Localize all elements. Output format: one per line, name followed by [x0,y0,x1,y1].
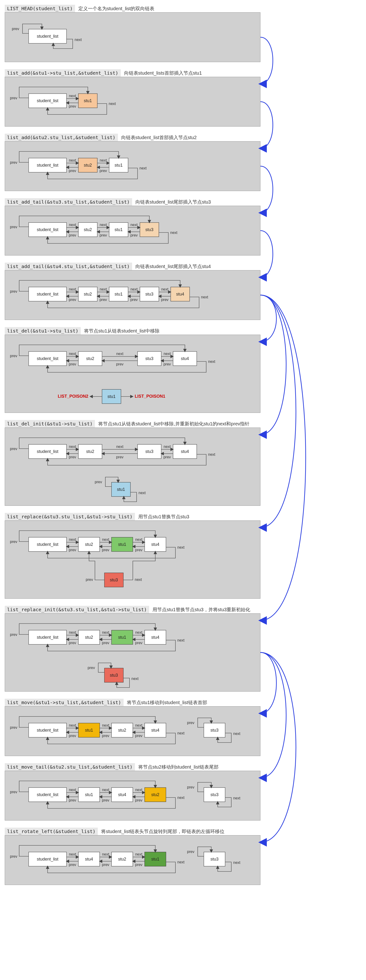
node-label: stu2 [85,635,93,640]
diagram-step: list_del(&stu1->stu_list)将节点stu1从链表stude… [5,327,361,413]
pointer-label: next [177,860,185,864]
step-header: list_replace(&stu3.stu_list,&stu1->stu_l… [5,513,361,520]
node-label: stu1 [118,635,126,640]
pointer-label: next [69,445,76,449]
pointer-label: next [233,796,241,800]
node-label: stu2 [84,163,92,167]
pointer-label: prev [10,225,17,229]
diagram-panel: student_liststu2stu1stu3nextprevnextprev… [5,206,260,256]
pointer-label: next [102,788,109,792]
pointer-label: prev [100,298,107,302]
pointer-label: next [69,287,76,291]
pointer-label: next [69,852,76,856]
pointer-label: prev [163,362,171,366]
diagram-panel: student_liststu1stu4stu2nextprevnextprev… [5,771,260,821]
node-label: stu2 [86,449,94,454]
step-desc: 用节点stu1替换节点stu3 [138,514,189,520]
step-header: list_add(&stu1->stu_list,&student_list)向… [5,69,361,77]
node-label: student_list [37,542,58,547]
step-header: list_add_tail(&stu4.stu_list,&student_li… [5,262,361,270]
pointer-label: next [233,861,241,865]
pointer-label: prev [69,863,76,867]
step-code: list_add_tail(&stu4.stu_list,&student_li… [5,262,132,270]
pointer-label: next [139,166,147,170]
step-header: LIST_HEAD(student_list)定义一个名为student_lis… [5,5,361,12]
pointer-label: next [100,223,107,227]
pointer-label: prev [69,798,76,802]
pointer-label: next [102,630,109,635]
pointer-label: prev [161,298,168,302]
step-header: list_replace_init(&stu3.stu_list,&stu1->… [5,606,361,613]
pointer-label: next [233,732,241,736]
pointer-label: next [135,578,142,582]
step-desc: 将节点stu1从链表student_list中移除,并重新初始化stu1的nex… [98,421,250,427]
node-label: stu4 [151,728,159,733]
pointer-label: prev [102,863,109,867]
node-label: stu1 [114,163,123,167]
diagram-svg: student_liststu2stu1stu4nextprevnextprev… [5,614,261,692]
pointer-label: next [130,223,138,227]
pointer-label: next [163,445,171,449]
pointer-label: next [69,223,76,227]
node-label: student_list [37,728,58,733]
node-label: stu1 [114,292,123,296]
node-label: student_list [37,163,58,168]
step-header: list_del_init(&stu1->stu_list)将节点stu1从链表… [5,420,361,428]
pointer-label: next [208,452,215,457]
step-desc: 将student_list链表头节点旋转到尾部，即链表的左循环移位 [101,828,225,835]
pointer-label: prev [130,298,138,302]
pointer-label: prev [130,233,138,237]
step-code: LIST_HEAD(student_list) [5,5,75,12]
diagram-svg: student_liststu2stu3stu4nextprevnextprev… [5,335,261,413]
pointer-label: next [135,538,143,541]
diagram-svg: student_liststu2stu1stu4nextprevnextprev… [5,521,261,599]
step-header: list_del(&stu1->stu_list)将节点stu1从链表stude… [5,327,361,335]
pointer-label: prev [86,578,93,582]
step-desc: 将节点stu2移动到student_list链表尾部 [138,764,219,770]
diagram-step: list_add(&stu1->stu_list,&student_list)向… [5,69,361,127]
step-header: list_rotate_left(&student_list)将student_… [5,827,361,835]
diagram-svg: student_liststu1stu2stu4nextprevnextprev… [5,706,261,756]
step-code: list_add_tail(&stu3.stu_list,&student_li… [5,198,132,206]
step-header: list_move_tail(&stu2.stu_list,&student_l… [5,763,361,771]
diagram-svg: student_liststu1nextprevprevnext [5,77,261,127]
diagram-panel: student_liststu2stu3stu4nextprevnextprev… [5,335,260,413]
pointer-label: next [69,94,76,98]
pointer-label: prev [102,641,109,645]
diagram-panel: student_liststu1nextprevprevnext [5,77,260,127]
diagram-panel: student_liststu1stu2stu4nextprevnextprev… [5,706,260,756]
pointer-label: prev [10,633,17,636]
pointer-label: next [135,852,143,856]
node-label: student_list [37,34,58,39]
step-desc: 向链表student_list尾部插入节点stu3 [135,199,211,205]
pointer-label: prev [187,721,194,725]
diagram-panel: student_listprevnext [5,12,260,62]
pointer-label: prev [102,798,109,802]
pointer-label: prev [69,169,76,173]
pointer-label: next [177,795,185,800]
node-label: stu2 [151,792,159,797]
pointer-label: prev [10,161,17,164]
step-desc: 将节点stu1移动到student_list链表首部 [127,699,207,706]
pointer-label: prev [69,734,76,738]
node-label: stu4 [151,635,159,640]
node-label: stu3 [211,857,219,862]
diagram-step: list_add(&stu2.stu_list,&student_list)向链… [5,134,361,191]
pointer-label: prev [102,548,109,552]
step-code: list_replace_init(&stu3.stu_list,&stu1->… [5,606,149,613]
pointer-label: prev [69,104,76,108]
pointer-label: prev [100,233,107,237]
pointer-label: next [69,538,76,541]
pointer-label: next [116,445,124,449]
node-label: stu2 [84,227,92,232]
pointer-label: prev [135,548,142,552]
pointer-label: prev [10,540,17,544]
pointer-label: next [74,38,82,42]
diagram-svg: student_listprevnext [5,13,261,62]
node-label: student_list [37,449,58,454]
pointer-label: next [208,360,215,364]
pointer-label: prev [10,854,17,858]
node-label: stu2 [84,292,92,296]
pointer-label: prev [116,455,124,459]
pointer-label: prev [10,96,17,100]
